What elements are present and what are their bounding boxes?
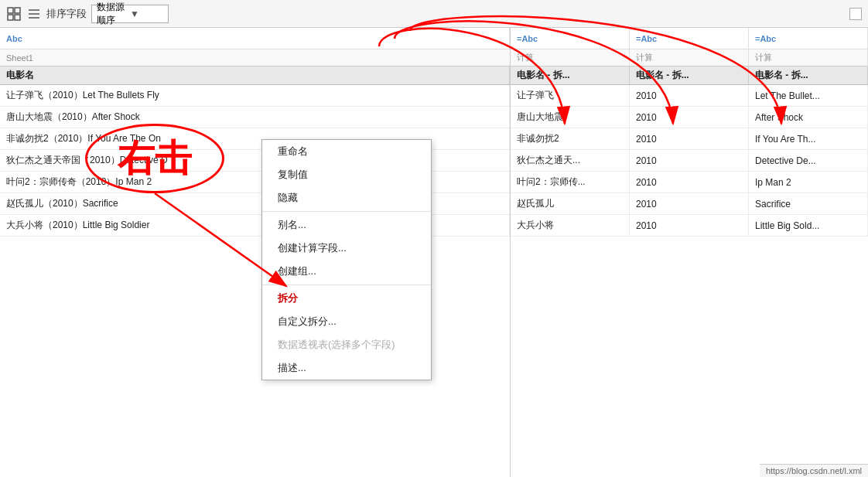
right-cell: 2010 [630, 85, 749, 106]
right-type-header-row: =Abc =Abc =Abc [511, 28, 868, 49]
sort-dropdown[interactable]: 数据源顺序 ▼ [91, 5, 169, 23]
svg-rect-3 [15, 15, 20, 20]
right-cell: After Shock [749, 107, 868, 128]
right-cell: Ip Man 2 [749, 172, 868, 193]
right-cell: 让子弹飞 [511, 85, 630, 106]
context-menu-divider [262, 211, 431, 212]
left-table-row: 非诚勿扰2（2010）If You Are The On [0, 128, 510, 150]
toolbar-checkbox[interactable] [849, 8, 862, 20]
left-cell: 大兵小将（2010）Little Big Soldier [0, 215, 510, 236]
context-menu-item: 数据透视表(选择多个字段) [262, 333, 431, 356]
right-cell: 狄仁杰之通天... [511, 150, 630, 171]
right-subheader-row: 计算 计算 计算 [511, 49, 868, 66]
type-header-abc: Abc [0, 28, 510, 49]
list-view-icon[interactable] [26, 6, 42, 22]
right-cell: If You Are Th... [749, 128, 868, 149]
right-cell: 唐山大地震 [511, 107, 630, 128]
context-menu-item[interactable]: 别名... [262, 213, 431, 237]
right-cell: Sacrifice [749, 193, 868, 214]
right-cell: 2010 [630, 107, 749, 128]
right-cell: 2010 [630, 215, 749, 236]
left-cell: 狄仁杰之通天帝国（2010）Detective D [0, 150, 510, 171]
movie-name-header: 电影名 [0, 66, 510, 84]
grid-view-icon[interactable] [6, 6, 22, 22]
col-main-header: 电影名 [0, 66, 510, 85]
toolbar: 排序字段 数据源顺序 ▼ [0, 0, 868, 28]
right-main-header-3: 电影名 - 拆... [749, 66, 868, 84]
left-table-row: 赵氏孤儿（2010）Sacrifice [0, 193, 510, 215]
right-cell: 2010 [630, 193, 749, 214]
right-table-row: 赵氏孤儿2010Sacrifice [511, 193, 868, 215]
left-panel: Abc Sheet1 电影名 让子弹飞（2010）Let The Bullets… [0, 28, 511, 477]
context-menu-item[interactable]: 自定义拆分... [262, 310, 431, 333]
sort-value: 数据源顺序 [97, 1, 130, 27]
status-bar: https://blog.csdn.net/l.xml [760, 464, 868, 477]
right-cell: Detective De... [749, 150, 868, 171]
right-main-header-1: 电影名 - 拆... [511, 66, 630, 84]
svg-rect-0 [8, 8, 13, 13]
right-main-header-row: 电影名 - 拆... 电影名 - 拆... 电影名 - 拆... [511, 66, 868, 85]
left-table-row: 狄仁杰之通天帝国（2010）Detective D [0, 150, 510, 172]
svg-rect-2 [8, 15, 13, 20]
left-data-rows: 让子弹飞（2010）Let The Bullets Fly唐山大地震（2010）… [0, 85, 510, 237]
right-table-row: 让子弹飞2010Let The Bullet... [511, 85, 868, 107]
context-menu-item[interactable]: 复制值 [262, 163, 431, 186]
dropdown-arrow-icon: ▼ [130, 9, 163, 19]
context-menu-item[interactable]: 重命名 [262, 140, 431, 163]
right-table-row: 非诚勿扰22010If You Are Th... [511, 128, 868, 150]
left-cell: 赵氏孤儿（2010）Sacrifice [0, 193, 510, 214]
context-menu-item[interactable]: 创建计算字段... [262, 237, 431, 260]
right-table-row: 唐山大地震2010After Shock [511, 107, 868, 128]
right-cell: Little Big Sold... [749, 215, 868, 236]
right-table-row: 叶问2：宗师传...2010Ip Man 2 [511, 172, 868, 193]
left-table-row: 唐山大地震（2010）After Shock [0, 107, 510, 128]
right-cell: 2010 [630, 150, 749, 171]
main-area: Abc Sheet1 电影名 让子弹飞（2010）Let The Bullets… [0, 28, 868, 477]
context-menu-divider [262, 284, 431, 285]
right-main-header-2: 电影名 - 拆... [630, 66, 749, 84]
right-panel: =Abc =Abc =Abc 计算 计算 计算 电影名 - 拆... 电影名 -… [511, 28, 868, 477]
right-cell: 2010 [630, 172, 749, 193]
left-cell: 唐山大地震（2010）After Shock [0, 107, 510, 128]
right-type-header-3: =Abc [749, 28, 868, 49]
right-table-row: 狄仁杰之通天...2010Detective De... [511, 150, 868, 172]
right-table-row: 大兵小将2010Little Big Sold... [511, 215, 868, 237]
svg-rect-1 [15, 8, 20, 13]
context-menu-item[interactable]: 隐藏 [262, 186, 431, 210]
context-menu-item[interactable]: 拆分 [262, 287, 431, 310]
left-table-row: 叶问2：宗师传奇（2010）Ip Man 2 [0, 172, 510, 193]
left-table-row: 大兵小将（2010）Little Big Soldier [0, 215, 510, 237]
right-sub-3: 计算 [749, 49, 868, 66]
type-header-row: Abc [0, 28, 510, 49]
left-cell: 叶问2：宗师传奇（2010）Ip Man 2 [0, 172, 510, 193]
right-sub-1: 计算 [511, 49, 630, 66]
right-cell: 2010 [630, 128, 749, 149]
status-text: https://blog.csdn.net/l.xml [766, 466, 862, 475]
right-cell: 叶问2：宗师传... [511, 172, 630, 193]
context-menu: 重命名复制值隐藏别名...创建计算字段...创建组...拆分自定义拆分...数据… [261, 139, 432, 380]
left-cell: 非诚勿扰2（2010）If You Are The On [0, 128, 510, 149]
context-menu-item[interactable]: 创建组... [262, 260, 431, 283]
right-cell: 大兵小将 [511, 215, 630, 236]
left-cell: 让子弹飞（2010）Let The Bullets Fly [0, 85, 510, 106]
right-type-header-2: =Abc [630, 28, 749, 49]
sheet-name: Sheet1 [0, 52, 510, 64]
sort-label: 排序字段 [46, 7, 87, 21]
right-cell: Let The Bullet... [749, 85, 868, 106]
right-type-header-1: =Abc [511, 28, 630, 49]
context-menu-item[interactable]: 描述... [262, 356, 431, 380]
toolbar-right [849, 8, 862, 20]
right-data-rows: 让子弹飞2010Let The Bullet...唐山大地震2010After … [511, 85, 868, 237]
left-table-row: 让子弹飞（2010）Let The Bullets Fly [0, 85, 510, 107]
right-cell: 非诚勿扰2 [511, 128, 630, 149]
right-sub-2: 计算 [630, 49, 749, 66]
right-cell: 赵氏孤儿 [511, 193, 630, 214]
